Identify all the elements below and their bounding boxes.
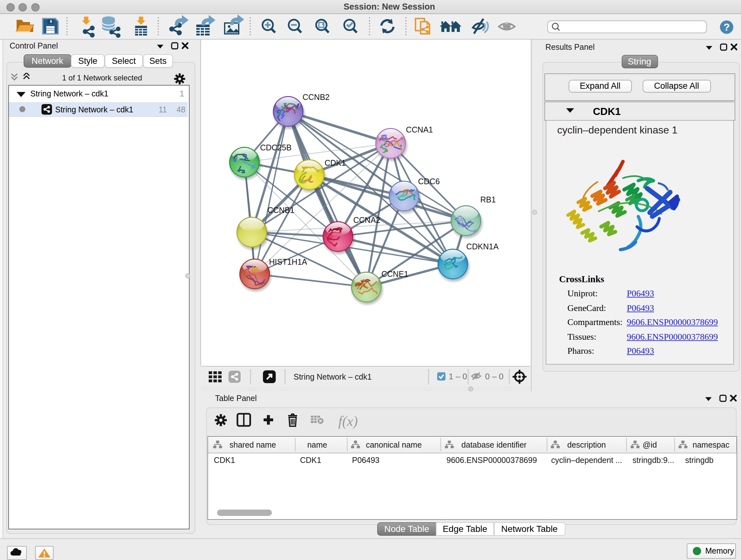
svg-text:f(x): f(x) [338, 414, 358, 429]
svg-text:description: description [567, 440, 606, 449]
svg-text:String Network – cdk1: String Network – cdk1 [293, 372, 372, 381]
svg-text:RB1: RB1 [480, 195, 496, 204]
svg-text:namespac: namespac [692, 440, 729, 449]
svg-text:?: ? [724, 21, 730, 33]
svg-text:canonical name: canonical name [365, 440, 421, 449]
svg-text:name: name [307, 440, 327, 449]
svg-text:CCNB2: CCNB2 [302, 92, 330, 102]
svg-text:@id: @id [643, 440, 657, 449]
svg-text:CDC25B: CDC25B [260, 143, 292, 152]
svg-text:CDC6: CDC6 [418, 177, 440, 186]
svg-text:CCNA1: CCNA1 [406, 125, 433, 134]
svg-text:CDKN1A: CDKN1A [466, 242, 499, 251]
svg-text:shared name: shared name [229, 440, 276, 449]
svg-text:0 – 0: 0 – 0 [485, 372, 503, 381]
svg-text:HIST1H1A: HIST1H1A [269, 257, 307, 266]
svg-text:CCNA2: CCNA2 [353, 215, 381, 225]
svg-text:database identifier: database identifier [461, 440, 526, 449]
svg-text:CDK1: CDK1 [325, 159, 346, 167]
svg-text:CCNB1: CCNB1 [267, 206, 294, 214]
svg-text:CCNE1: CCNE1 [381, 269, 408, 278]
svg-text:1 – 0: 1 – 0 [449, 372, 467, 381]
